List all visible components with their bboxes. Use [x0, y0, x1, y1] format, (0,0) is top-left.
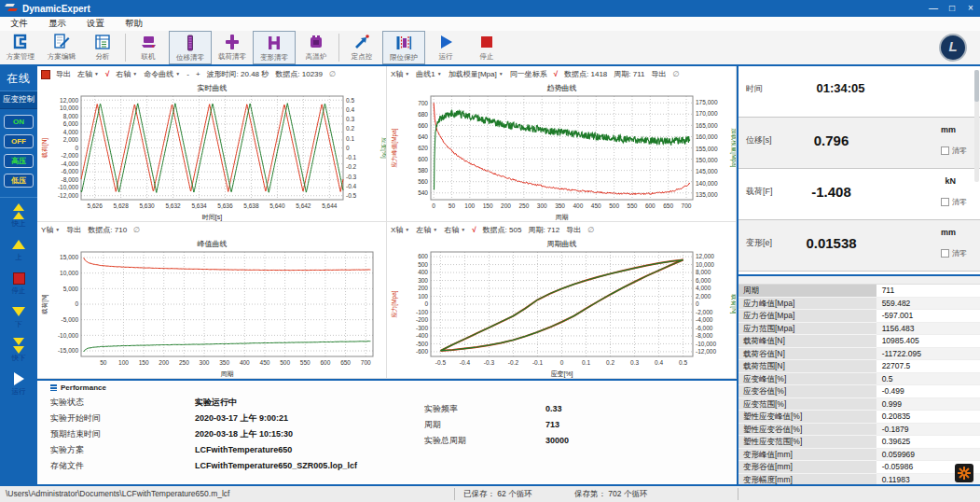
- svg-text:0.1: 0.1: [582, 359, 590, 366]
- chart-header-item[interactable]: 导出: [66, 225, 81, 235]
- jog-play-button[interactable]: 运行: [0, 371, 37, 397]
- minimize-button[interactable]: —: [924, 0, 943, 17]
- jog-double-up-button[interactable]: 快上: [0, 203, 37, 229]
- svg-text:0.5: 0.5: [346, 97, 354, 104]
- sidebar-button-on[interactable]: ON: [4, 115, 34, 129]
- toolbar-label: 运行: [439, 52, 453, 62]
- zero-checkbox[interactable]: 清零: [941, 146, 967, 156]
- toolbar-plan-manage-button[interactable]: 方案管理: [0, 31, 41, 64]
- result-label: 变形峰值[mm]: [738, 449, 876, 462]
- right-panel-scrollbar[interactable]: [974, 70, 979, 182]
- result-label: 塑性应变峰值[%]: [738, 411, 876, 424]
- svg-text:145,000: 145,000: [696, 168, 718, 174]
- toolbar-label: 限位保护: [390, 53, 418, 63]
- jog-stop-button[interactable]: 停止: [0, 271, 37, 296]
- chart-header-item[interactable]: 导出: [566, 225, 581, 235]
- chart-dropdown[interactable]: 命令曲线: [144, 69, 180, 79]
- svg-text:200: 200: [418, 285, 428, 291]
- chart-dropdown[interactable]: 曲线1: [416, 69, 441, 79]
- toolbar-load-zero-button[interactable]: 载荷清零: [212, 31, 253, 64]
- gear-badge-icon[interactable]: [954, 464, 974, 482]
- svg-text:-0.2: -0.2: [346, 163, 357, 170]
- svg-text:5,630: 5,630: [139, 202, 155, 209]
- toolbar-stop-button[interactable]: 停止: [466, 31, 507, 64]
- chart-dropdown[interactable]: Y轴: [41, 225, 60, 235]
- svg-text:5,000: 5,000: [63, 286, 79, 292]
- chart-dropdown[interactable]: X轴: [391, 69, 409, 79]
- sidebar-button-high-pressure[interactable]: 高压: [4, 154, 34, 168]
- chart-cell-realtime: 导出左轴√右轴命令曲线-+波形时间: 20.48 秒数据点: 10239∅5,6…: [37, 66, 387, 222]
- perf-value: 实验运行中: [195, 395, 237, 411]
- chart-cell-cycle: X轴左轴右轴√数据点: 505周期: 712导出∅-0.5-0.4-0.3-0.…: [387, 222, 737, 379]
- chart-settings-icon[interactable]: ∅: [329, 70, 336, 78]
- toolbar-furnace-button[interactable]: 高温炉: [296, 31, 337, 64]
- result-value: -0.499: [876, 385, 980, 398]
- toolbar-disp-zero-button[interactable]: 位移清零: [169, 31, 212, 64]
- svg-text:550: 550: [628, 202, 638, 209]
- toolbar-analyze-button[interactable]: 分析: [82, 31, 123, 64]
- chart-dropdown[interactable]: 右轴: [444, 225, 465, 235]
- toolbar-deform-zero-button[interactable]: 变形清零: [253, 31, 296, 64]
- result-row-15: 变形谷值[mm]-0.05986: [738, 461, 980, 474]
- chart-settings-icon[interactable]: ∅: [587, 226, 594, 234]
- chart-header-item[interactable]: 导出: [56, 69, 71, 79]
- toolbar-connect-button[interactable]: 联机: [128, 31, 169, 64]
- svg-text:-12,000: -12,000: [696, 348, 716, 355]
- svg-text:-0.5: -0.5: [346, 192, 357, 199]
- svg-text:0.5: 0.5: [679, 359, 687, 366]
- svg-text:150,000: 150,000: [696, 157, 718, 163]
- checkbox-icon[interactable]: [941, 146, 949, 155]
- close-button[interactable]: ×: [961, 0, 980, 17]
- status-file-path: \Users\Administrator\Documents\LCFwithTe…: [6, 489, 229, 498]
- results-table: 周期711应力峰值[Mpa]559.482应力谷值[Mpa]-597.001应力…: [738, 274, 980, 486]
- checkbox-icon[interactable]: [941, 198, 949, 206]
- maximize-button[interactable]: □: [943, 0, 961, 17]
- svg-text:4,000: 4,000: [696, 285, 711, 291]
- menu-item-4[interactable]: 帮助: [115, 18, 153, 30]
- chart-canvas-cycle: -0.5-0.4-0.3-0.2-0.100.10.20.30.40.5-600…: [388, 238, 735, 377]
- checkbox-icon[interactable]: [941, 249, 949, 258]
- menu-item-1[interactable]: 文件: [0, 18, 38, 30]
- zero-checkbox[interactable]: 清零: [941, 248, 967, 258]
- chart-dropdown[interactable]: 右轴: [116, 69, 137, 79]
- limit-icon: [394, 34, 413, 52]
- svg-text:-0.3: -0.3: [484, 359, 495, 366]
- chart-header-realtime: 导出左轴√右轴命令曲线-+波形时间: 20.48 秒数据点: 10239∅: [37, 66, 386, 82]
- toolbar-limit-button[interactable]: 限位保护: [382, 31, 425, 64]
- chart-header-item: √: [105, 70, 109, 78]
- svg-text:200: 200: [159, 359, 169, 366]
- chart-dropdown[interactable]: 左轴: [77, 69, 99, 79]
- perf-label: 存储文件: [50, 458, 195, 474]
- toolbar-setpoint-button[interactable]: 定点控: [341, 31, 382, 64]
- toolbar-run-button[interactable]: 运行: [425, 31, 466, 64]
- svg-text:-10,000: -10,000: [58, 184, 78, 190]
- chart-header-item: 数据点: 10239: [275, 69, 323, 79]
- svg-text:-0.5: -0.5: [435, 359, 447, 366]
- menu-item-2[interactable]: 显示: [38, 18, 76, 30]
- chart-header-item[interactable]: 导出: [652, 69, 667, 79]
- result-value: 22707.5: [876, 360, 980, 373]
- zero-checkbox[interactable]: 清零: [941, 197, 967, 207]
- sidebar-button-low-pressure[interactable]: 低压: [4, 174, 34, 188]
- jog-double-down-button[interactable]: 快下: [0, 338, 37, 363]
- plan-edit-icon: [52, 33, 71, 51]
- svg-text:0.4: 0.4: [346, 106, 354, 113]
- chart-dropdown[interactable]: 加载模量[Mpa]: [449, 69, 504, 79]
- chart-header-item: √: [554, 70, 558, 78]
- menu-item-3[interactable]: 设置: [76, 18, 115, 30]
- sidebar-button-off[interactable]: OFF: [4, 134, 34, 148]
- chart-dropdown[interactable]: 左轴: [416, 225, 437, 235]
- chart-header-item[interactable]: +: [196, 70, 200, 78]
- perf-row-left-0: 实验状态实验运行中: [50, 395, 737, 411]
- jog-down-button[interactable]: 下: [0, 304, 37, 329]
- result-value: -0.1879: [876, 424, 980, 437]
- chart-cell-trend: X轴曲线1加载模量[Mpa]同一坐标系√数据点: 1418周期: 711导出∅0…: [387, 66, 737, 222]
- toolbar-plan-edit-button[interactable]: 方案编辑: [41, 31, 82, 64]
- svg-text:0: 0: [75, 145, 78, 151]
- perf-value: 713: [545, 417, 559, 433]
- chart-header-item[interactable]: -: [186, 70, 189, 78]
- chart-settings-icon[interactable]: ∅: [133, 226, 140, 234]
- chart-dropdown[interactable]: X轴: [391, 225, 409, 235]
- jog-up-button[interactable]: 上: [0, 237, 37, 262]
- chart-settings-icon[interactable]: ∅: [673, 70, 680, 78]
